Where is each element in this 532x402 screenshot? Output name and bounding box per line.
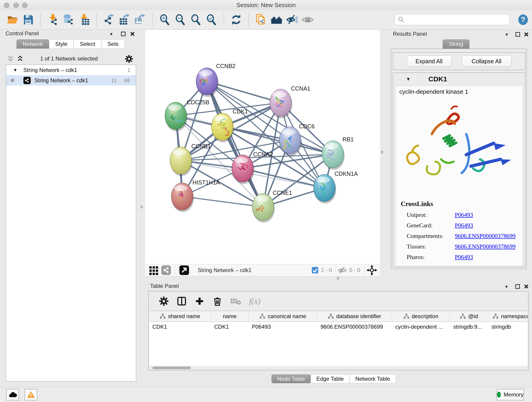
search-box[interactable] [394,14,510,25]
zoom-fit-icon[interactable] [189,13,203,26]
network-row[interactable]: String Network – cdk1 11 48 [6,75,136,85]
table-settings-gear-icon[interactable] [159,296,169,306]
export-network-icon[interactable] [102,13,115,26]
help-button[interactable]: ? [517,14,529,26]
network-node[interactable]: CCNB2 [196,63,235,97]
float-results-panel-icon[interactable]: ▾ [505,32,508,38]
zoom-in-icon[interactable] [158,13,171,26]
create-column-plus-icon[interactable] [195,296,205,306]
network-node[interactable]: HIST1H1A [171,179,220,212]
tab-network[interactable]: Network [17,39,49,49]
network-node-label: CCNA2 [253,151,273,157]
column-header-namespace[interactable]: namespace [488,311,528,322]
refresh-icon[interactable] [230,13,243,26]
column-header-canonical-name[interactable]: canonical name [249,311,317,322]
network-node[interactable]: CDC6 [279,123,315,156]
tab-select[interactable]: Select [74,39,101,49]
warnings-button[interactable] [25,389,37,400]
export-table-icon[interactable] [118,13,131,26]
search-input[interactable] [405,15,509,25]
birds-eye-grid-icon[interactable] [148,265,159,275]
network-node[interactable]: RB1 [322,136,354,170]
table-row[interactable]: CDK1CDK1P064939606.ENSP00000378699cyclin… [149,322,528,332]
crosslink-value-link[interactable]: P06493 [455,254,473,261]
export-view-arrow-icon[interactable] [179,265,190,275]
memory-label: Memory [504,391,524,398]
column-header--id[interactable]: @id [450,311,488,322]
import-network-icon[interactable] [46,13,60,26]
expand-all-button[interactable]: Expand All [407,56,451,67]
houses-icon[interactable] [270,13,283,26]
crosslink-value-link[interactable]: 9606.ENSP00000378699 [455,233,515,240]
column-header-shared-name[interactable]: shared name [149,311,211,322]
collection-expander-icon[interactable]: ▼ [13,68,17,73]
tab-sets[interactable]: Sets [101,39,125,49]
table-cell: stringdb [488,322,528,332]
copy-network-icon[interactable] [254,13,268,26]
import-database-icon[interactable] [62,13,75,26]
delete-column-trash-icon[interactable] [212,296,222,306]
network-edge[interactable] [182,196,263,207]
left-splitter-handle[interactable] [140,205,143,209]
node-table[interactable]: shared namenamecanonical namedatabase id… [149,311,528,366]
hidden-counts: 0 - 0 [349,267,360,274]
function-builder-icon[interactable]: f(x) [249,296,260,306]
delete-table-icon[interactable] [230,297,241,306]
network-share-badge-icon[interactable] [161,265,171,275]
tab-string[interactable]: String [443,39,469,49]
close-table-panel-icon[interactable] [524,284,529,289]
eye-slash-icon[interactable] [285,13,299,26]
toolbar-separator [96,13,97,26]
network-options-gear-icon[interactable] [125,55,133,63]
open-session-icon[interactable] [6,13,19,26]
collapse-all-button[interactable]: Collapse All [462,56,511,67]
network-edge[interactable] [207,81,263,207]
tab-network-table[interactable]: Network Table [350,375,396,383]
zoom-selected-icon[interactable] [205,13,218,26]
tab-node-table[interactable]: Node Table [272,375,311,383]
table-hscrollbar-thumb[interactable] [152,366,191,369]
crosslink-value-link[interactable]: P06493 [455,222,473,229]
cloud-status-button[interactable] [6,389,19,400]
maximize-table-panel-icon[interactable] [515,284,520,289]
eye-icon[interactable] [301,13,314,26]
close-panel-icon[interactable] [130,31,135,37]
table-tab-bar: Node TableEdge TableNetwork Table [272,375,396,383]
tab-edge-table[interactable]: Edge Table [311,375,350,383]
column-header-description[interactable]: description [392,311,450,322]
network-node-label: CCNE1 [273,190,292,196]
network-canvas[interactable]: CCNB2CCNA1CDC25BCDK1CDC6RB1CCNB1CCNA2CDK… [145,30,380,264]
network-collection-row[interactable]: ▼ String Network – cdk1 1 [6,65,136,75]
tab-style[interactable]: Style [49,39,74,49]
maximize-results-panel-icon[interactable] [515,32,520,37]
save-session-icon[interactable] [22,13,35,26]
close-results-panel-icon[interactable] [524,32,529,37]
selected-checkbox-icon[interactable] [311,267,319,274]
crosslink-label: Pharos: [407,254,455,261]
crosslink-value-link[interactable]: 9606.ENSP00000378699 [455,243,515,250]
horizontal-splitter-handle[interactable] [337,277,339,280]
import-table-icon[interactable] [77,13,91,26]
float-panel-icon[interactable]: ▾ [110,31,113,37]
network-node[interactable]: CDC25B [165,99,209,131]
right-splitter-handle[interactable] [381,151,383,154]
export-image-icon[interactable] [133,13,147,26]
crosslink-value-link[interactable]: P06493 [455,211,473,218]
network-node[interactable]: CCNA1 [270,85,310,118]
toolbar-separator [224,13,224,26]
maximize-panel-icon[interactable] [121,32,126,36]
network-node[interactable]: CDKN1A [314,171,358,204]
table-hscrollbar[interactable] [149,366,528,370]
column-header-name[interactable]: name [211,311,249,322]
memory-button[interactable]: Memory [496,389,524,400]
gene-expander-icon[interactable]: ▼ [406,77,411,82]
network-view-toolbar: String Network – cdk1 1 - 0 0 - 0 [145,264,380,276]
network-node[interactable]: CCNE1 [252,190,292,223]
column-header-database-identifier[interactable]: database identifier [317,311,392,322]
show-columns-icon[interactable] [177,296,187,306]
hidden-eye-slash-icon[interactable] [337,265,347,275]
float-table-panel-icon[interactable]: ▾ [505,284,508,290]
gene-section-header[interactable]: ▼ CDK1 [393,73,525,85]
zoom-out-icon[interactable] [174,13,187,26]
fit-locate-crosshair-icon[interactable] [366,265,377,276]
